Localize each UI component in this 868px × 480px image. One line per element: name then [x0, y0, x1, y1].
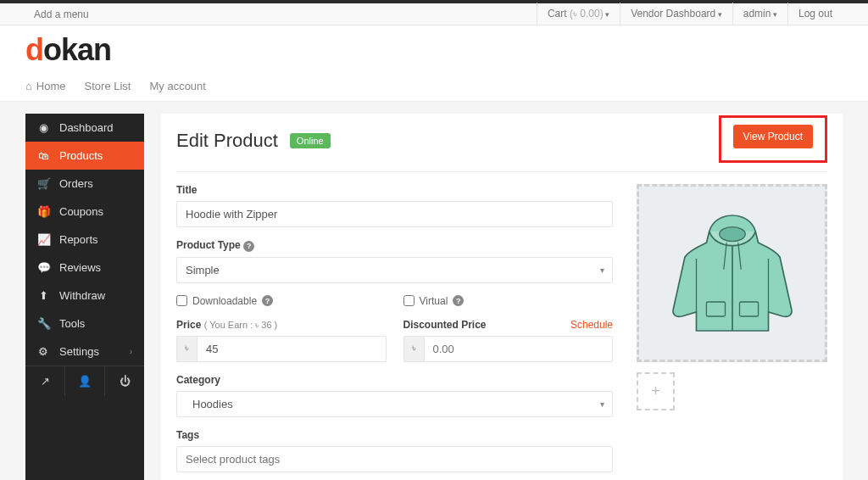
price-input[interactable]	[197, 336, 387, 362]
downloadable-checkbox[interactable]	[176, 295, 187, 306]
briefcase-icon: 🛍	[37, 149, 49, 162]
view-product-highlight: View Product	[719, 115, 827, 163]
discount-label: Discounted Price	[403, 319, 487, 331]
help-icon[interactable]: ?	[453, 295, 464, 306]
help-icon[interactable]: ?	[243, 241, 254, 252]
sidebar-item-products[interactable]: 🛍Products	[25, 142, 144, 170]
sidebar-item-dashboard[interactable]: ◉Dashboard	[25, 114, 144, 142]
currency-addon: ৳	[176, 336, 197, 362]
svg-point-0	[719, 227, 745, 242]
price-label: Price ( You Earn : ৳ 36 )	[176, 319, 277, 331]
currency-addon: ৳	[403, 336, 424, 362]
sidebar-item-coupons[interactable]: 🎁Coupons	[25, 198, 144, 226]
category-label: Category	[176, 374, 613, 386]
status-badge: Online	[290, 133, 331, 148]
chart-icon: 📈	[37, 233, 49, 246]
cart-link[interactable]: Cart (৳ 0.00)	[537, 3, 620, 25]
sidebar-item-reviews[interactable]: 💬Reviews	[25, 254, 144, 282]
comment-icon: 💬	[37, 261, 49, 274]
discount-input[interactable]	[424, 336, 614, 362]
upload-icon: ⬆	[37, 289, 49, 302]
help-icon[interactable]: ?	[262, 295, 273, 306]
sidebar-item-reports[interactable]: 📈Reports	[25, 226, 144, 254]
dashboard-icon: ◉	[37, 121, 49, 134]
plus-icon: +	[651, 382, 660, 400]
schedule-link[interactable]: Schedule	[570, 319, 613, 331]
nav-home[interactable]: ⌂Home	[25, 80, 66, 92]
product-type-select[interactable]: Simple	[176, 257, 613, 283]
sidebar: ◉Dashboard 🛍Products 🛒Orders 🎁Coupons 📈R…	[25, 114, 144, 480]
profile-button[interactable]: 👤	[65, 366, 105, 396]
virtual-checkbox[interactable]	[403, 295, 415, 306]
product-image-box[interactable]	[637, 184, 827, 362]
home-icon: ⌂	[25, 80, 32, 92]
admin-link[interactable]: admin	[732, 3, 787, 25]
external-icon: ↗	[41, 375, 50, 388]
sidebar-item-orders[interactable]: 🛒Orders	[25, 170, 144, 198]
gear-icon: ⚙	[37, 345, 49, 358]
external-link-button[interactable]: ↗	[25, 366, 65, 396]
vendor-dashboard-link[interactable]: Vendor Dashboard	[620, 3, 732, 25]
product-type-label: Product Type ?	[176, 239, 613, 252]
title-label: Title	[176, 184, 613, 196]
sidebar-item-tools[interactable]: 🔧Tools	[25, 310, 144, 338]
sidebar-item-settings[interactable]: ⚙Settings›	[25, 338, 144, 366]
add-image-button[interactable]: +	[637, 372, 675, 410]
category-select[interactable]: Hoodies	[176, 391, 613, 417]
tags-label: Tags	[176, 429, 613, 441]
gift-icon: 🎁	[37, 205, 49, 218]
chevron-right-icon: ›	[130, 347, 132, 356]
wrench-icon: 🔧	[37, 317, 49, 330]
logo[interactable]: dokan	[25, 32, 843, 68]
cart-icon: 🛒	[37, 177, 49, 190]
hoodie-image	[660, 201, 804, 345]
nav-store-list[interactable]: Store List	[85, 80, 131, 92]
virtual-label: Virtual	[420, 295, 448, 307]
sidebar-item-withdraw[interactable]: ⬆Withdraw	[25, 282, 144, 310]
tags-input[interactable]	[176, 446, 613, 472]
page-title: Edit Product	[176, 130, 278, 152]
user-icon: 👤	[78, 375, 92, 388]
power-icon: ⏻	[120, 375, 131, 388]
view-product-button[interactable]: View Product	[733, 125, 813, 148]
downloadable-label: Downloadable	[192, 295, 257, 307]
power-button[interactable]: ⏻	[105, 366, 144, 396]
title-input[interactable]	[176, 201, 613, 227]
logout-link[interactable]: Log out	[787, 3, 843, 25]
nav-my-account[interactable]: My account	[149, 80, 205, 92]
add-menu-link[interactable]: Add a menu	[34, 8, 89, 20]
